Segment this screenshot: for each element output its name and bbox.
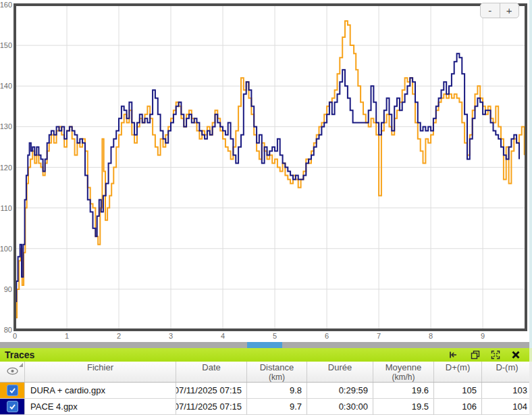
duration-cell: 0:29:59 [307, 383, 373, 398]
zoom-in-button[interactable]: + [500, 3, 519, 18]
file-name-cell: PACE 4.gpx [25, 399, 176, 414]
expand-fullscreen-icon[interactable] [491, 350, 500, 360]
svg-text:110: 110 [0, 204, 12, 212]
svg-text:5: 5 [273, 332, 277, 340]
svg-text:2: 2 [117, 332, 121, 340]
duration-cell: 0:30:00 [307, 399, 373, 414]
column-header-duree[interactable]: Durée [307, 362, 373, 382]
visibility-checkbox[interactable] [7, 401, 18, 412]
date-cell: 07/11/2025 07:15 [176, 399, 247, 414]
panel-toolbar [448, 350, 529, 360]
svg-text:8: 8 [429, 332, 433, 340]
zoom-out-button[interactable]: - [481, 3, 500, 18]
svg-text:3: 3 [169, 332, 173, 340]
elevation-heart-rate-chart[interactable]: 80901001101201301401501600123456789 - + [0, 0, 532, 342]
column-header-visibility[interactable] [0, 362, 25, 382]
svg-text:6: 6 [325, 332, 329, 340]
chart-zoom-control: - + [480, 3, 519, 18]
average-speed-cell: 19.5 [373, 399, 434, 414]
traces-table: Fichier Date Distance (km) Durée Moyenne… [0, 362, 532, 415]
svg-text:140: 140 [0, 82, 12, 90]
elevation-gain-cell: 105 [434, 383, 482, 398]
check-icon [9, 403, 16, 410]
restore-window-icon[interactable] [471, 350, 480, 360]
eye-icon [7, 367, 18, 375]
chart-plot-area[interactable]: 80901001101201301401501600123456789 [0, 0, 529, 342]
column-header-distance[interactable]: Distance (km) [247, 362, 307, 382]
traces-panel-titlebar: Traces [0, 348, 529, 362]
column-header-fichier[interactable]: Fichier [25, 362, 176, 382]
svg-text:9: 9 [481, 332, 485, 340]
svg-text:90: 90 [4, 285, 12, 293]
column-header-dminus[interactable]: D-(m) [482, 362, 532, 382]
panel-title: Traces [0, 349, 34, 360]
svg-text:130: 130 [0, 122, 12, 130]
gpx-trace-viewer: 80901001101201301401501600123456789 - + … [0, 0, 532, 415]
table-header-row: Fichier Date Distance (km) Durée Moyenne… [0, 362, 532, 383]
trace-color-swatch [0, 383, 25, 398]
table-row[interactable]: DURA + cardio.gpx 07/11/2025 07:15 9.8 0… [0, 383, 532, 399]
average-speed-cell: 19.6 [373, 383, 434, 398]
sort-indicator-icon [19, 363, 23, 367]
svg-text:120: 120 [0, 164, 12, 172]
elevation-loss-cell: 103 [482, 383, 532, 398]
svg-text:100: 100 [0, 245, 12, 253]
chart-horizontal-scrollbar[interactable] [0, 342, 529, 348]
trace-color-swatch [0, 399, 25, 414]
column-header-moyenne[interactable]: Moyenne (km/h) [373, 362, 434, 382]
svg-text:7: 7 [377, 332, 381, 340]
svg-text:1: 1 [65, 332, 69, 340]
elevation-loss-cell: 104 [482, 399, 532, 414]
svg-text:150: 150 [0, 41, 12, 49]
right-edge-strip [529, 0, 532, 415]
elevation-gain-cell: 106 [434, 399, 482, 414]
svg-text:0: 0 [13, 332, 17, 340]
date-cell: 07/11/2025 07:15 [176, 383, 247, 398]
table-row[interactable]: PACE 4.gpx 07/11/2025 07:15 9.7 0:30:00 … [0, 399, 532, 415]
column-header-date[interactable]: Date [176, 362, 247, 382]
check-icon [9, 387, 16, 394]
close-icon[interactable] [511, 350, 521, 360]
file-name-cell: DURA + cardio.gpx [25, 383, 176, 398]
distance-cell: 9.8 [247, 383, 307, 398]
visibility-checkbox[interactable] [7, 385, 18, 396]
distance-cell: 9.7 [247, 399, 307, 414]
svg-text:160: 160 [0, 1, 12, 9]
scrollbar-thumb[interactable] [247, 342, 282, 348]
column-header-dplus[interactable]: D+(m) [434, 362, 482, 382]
collapse-left-icon[interactable] [448, 350, 458, 360]
svg-text:4: 4 [221, 332, 225, 340]
svg-text:80: 80 [4, 326, 12, 334]
